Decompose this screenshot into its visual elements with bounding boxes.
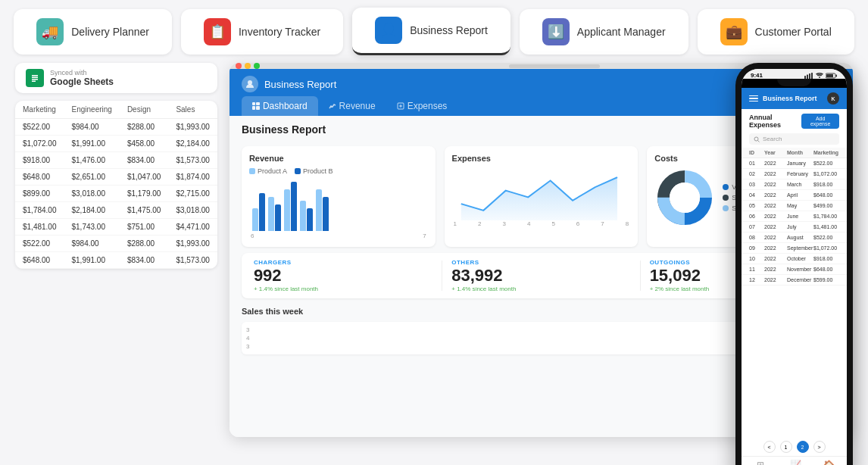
top-navigation: 🚚 Delivery Planner 📋 Inventory Tracker 👤…: [0, 0, 868, 55]
phone-table-cell: $918.00: [813, 182, 840, 187]
phone-table-cell: July: [787, 224, 813, 229]
phone-status-bar: 9:41: [742, 69, 847, 79]
stat-others: OTHERS 83,992 + 1.4% since last month: [451, 259, 630, 292]
report-nav-revenue[interactable]: Revenue: [318, 96, 386, 116]
phone-nav-expenses[interactable]: 🏠 Expenses: [820, 460, 839, 465]
bar-group-3: [284, 182, 297, 231]
table-row: $1,072.00$1,991.00$458.00$2,184.00: [15, 136, 217, 152]
phone-col-year: Year: [764, 150, 787, 155]
table-cell: $1,743.00: [64, 219, 120, 236]
phone-table-cell: April: [787, 192, 813, 198]
bar-b-2: [275, 204, 281, 231]
table-cell: $899.00: [15, 186, 64, 202]
phone-table-cell: 2022: [764, 161, 787, 166]
phone-table-cell: 2022: [764, 277, 787, 282]
bar-b-1: [259, 193, 265, 231]
donut-svg: [654, 167, 715, 228]
next-page-button[interactable]: >: [813, 441, 826, 453]
table-cell: $1,476.00: [64, 152, 120, 169]
phone-search[interactable]: Search: [749, 133, 839, 145]
phone-table-cell: $599.00: [813, 277, 840, 282]
expenses-label: Expenses: [407, 101, 448, 111]
phone-screen: 9:41 Business Report: [742, 69, 847, 465]
bar-group-5: [316, 189, 329, 231]
svg-rect-25: [811, 73, 813, 79]
hamburger-icon[interactable]: [749, 95, 758, 102]
report-nav-dashboard[interactable]: Dashboard: [242, 96, 318, 116]
phone-mockup: 9:41 Business Report: [735, 63, 853, 465]
table-cell: $1,874.00: [168, 169, 217, 186]
phone-table-cell: February: [787, 171, 813, 176]
phone-nav-dashboard[interactable]: ⊞ Dashboard: [749, 460, 771, 465]
bar-a-2: [268, 197, 274, 231]
revenue-chart-title: Revenue: [249, 154, 428, 163]
phone-notch: [742, 79, 847, 88]
inventory-tracker-icon: 📋: [204, 18, 231, 45]
phone-table-row: 052022May$499.00: [742, 201, 847, 211]
legend-product-a: Product A: [249, 167, 287, 175]
dashboard-label: Dashboard: [263, 101, 308, 111]
delivery-planner-label: Delivery Planner: [71, 26, 149, 38]
report-nav-expenses[interactable]: Expenses: [386, 96, 458, 116]
phone-nav-revenue[interactable]: 📈 Revenue: [786, 460, 804, 465]
bar-a-4: [300, 201, 306, 231]
page-1-button[interactable]: 1: [780, 441, 792, 453]
table-cell: $1,991.00: [64, 252, 120, 269]
data-table: Marketing Engineering Design Sales $522.…: [15, 101, 217, 269]
sync-badge: Synced with Google Sheets: [15, 63, 217, 93]
table-cell: $1,072.00: [15, 136, 64, 152]
phone-table-cell: $648.00: [813, 192, 840, 198]
table-cell: $1,573.00: [168, 252, 217, 269]
phone-table-cell: 2022: [764, 235, 787, 240]
phone-table-cell: May: [787, 203, 813, 208]
page-2-button[interactable]: 2: [797, 441, 809, 453]
bar-a-3: [284, 189, 290, 231]
table-cell: $751.00: [120, 219, 169, 236]
phone-table-row: 042022April$648.00: [742, 190, 847, 201]
table-cell: $834.00: [120, 152, 169, 169]
sync-text: Synced with Google Sheets: [50, 69, 114, 87]
add-expense-button[interactable]: Add expense: [801, 114, 839, 129]
phone-table-cell: 03: [749, 182, 764, 187]
phone-expenses-table: ID Year Month Marketing 012022January$52…: [742, 148, 847, 438]
table-cell: $3,018.00: [64, 186, 120, 202]
svg-point-30: [754, 137, 758, 141]
svg-point-26: [819, 76, 820, 78]
tab-inventory-tracker[interactable]: 📋 Inventory Tracker: [181, 9, 343, 55]
phone-table-cell: $918.00: [813, 256, 840, 261]
phone-table-cell: 10: [749, 256, 764, 261]
bar-b-4: [307, 208, 313, 231]
table-cell: $2,651.00: [64, 169, 120, 186]
phone-table-row: 012022January$522.00: [742, 158, 847, 169]
phone-table-cell: 2022: [764, 192, 787, 198]
tab-applicant-manager[interactable]: ⬇️ Applicant Manager: [520, 9, 688, 55]
dashboard-nav-icon: ⊞: [757, 460, 764, 465]
bar-group-4: [300, 201, 313, 231]
tab-delivery-planner[interactable]: 🚚 Delivery Planner: [14, 9, 172, 55]
phone-table-cell: 06: [749, 214, 764, 219]
phone-table-cell: $1,784.00: [813, 214, 840, 219]
table-row: $1,481.00$1,743.00$751.00$4,471.00: [15, 219, 217, 236]
phone-table-cell: August: [787, 235, 813, 240]
delivery-planner-icon: 🚚: [36, 18, 64, 45]
phone-table-cell: $1,072.00: [813, 171, 840, 176]
prev-page-button[interactable]: <: [763, 441, 776, 453]
table-cell: $1,573.00: [168, 152, 217, 169]
phone-table-cell: 2022: [764, 224, 787, 229]
report-body-title: Business Report: [242, 123, 326, 136]
tab-business-report[interactable]: 👤 Business Report: [352, 8, 510, 55]
tab-customer-portal[interactable]: 💼 Customer Portal: [698, 9, 854, 55]
phone-table-header: ID Year Month Marketing: [742, 148, 847, 158]
table-cell: $2,184.00: [64, 202, 120, 219]
sales-title: Sales this week: [242, 307, 303, 316]
table-cell: $648.00: [15, 252, 64, 269]
phone-table-cell: 2022: [764, 245, 787, 251]
phone-table-cell: November: [787, 267, 813, 272]
phone-table-row: 082022August$522.00: [742, 232, 847, 243]
phone-table-row: 112022November$648.00: [742, 264, 847, 275]
phone-header-left: Business Report: [749, 95, 817, 102]
phone-table-cell: $1,072.00: [813, 245, 840, 251]
table-cell: $1,047.00: [120, 169, 169, 186]
table-cell: $1,991.00: [64, 136, 120, 152]
phone-table-row: 062022June$1,784.00: [742, 211, 847, 222]
